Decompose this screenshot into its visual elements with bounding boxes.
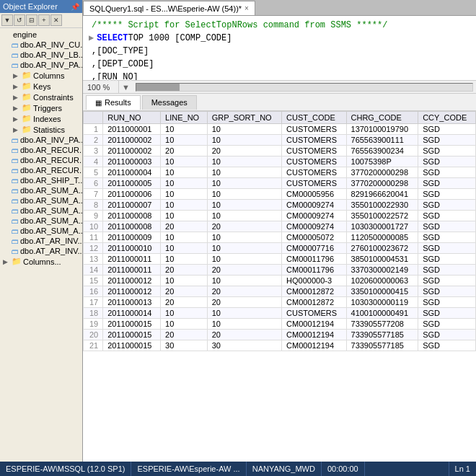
sidebar-item-ar_inv_cu[interactable]: 🗃dbo.AR_INV_CU... [0,40,82,50]
table-row[interactable]: 1820110000141010CUSTOMERS4100100000491SG… [84,308,476,319]
sidebar-item-ar_sum5[interactable]: 🗃dbo.AR_SUM_A... [0,226,82,236]
editor-line-2: ,[DOC_TYPE] [89,45,470,58]
horizontal-scrollbar[interactable] [136,83,473,92]
table-row[interactable]: 320110000022020CUSTOMERS765563900234SGD [84,146,476,157]
table-row[interactable]: 1920110000151010CM00012194733905577208SG… [84,319,476,330]
table-row[interactable]: 1720110000132020CM000128721030300000119S… [84,297,476,308]
cell-2-2: 20 [161,146,208,157]
line-arrow-1: ▶ [89,32,94,45]
cell-1-5: 765563900111 [346,135,418,146]
sidebar-item-ar_recur3[interactable]: 🗃dbo.AR_RECUR... [0,165,82,175]
table-row[interactable]: 1520110000121010HQ000000-31020600000063S… [84,276,476,286]
sidebar-filter-btn[interactable]: ▼ [1,14,13,26]
sidebar-item-constraints[interactable]: ▶📁Constraints [0,92,82,102]
table-row[interactable]: 1320110000111010CM000117963850100004531S… [84,254,476,265]
cell-19-0: 20 [84,330,103,340]
sidebar-item-ar_sum3[interactable]: 🗃dbo.AR_SUM_A... [0,206,82,216]
zoom-dropdown-icon[interactable]: ▼ [119,83,133,92]
table-row[interactable]: 2120110000153030CM00012194733905577185SG… [84,340,476,351]
cell-3-2: 10 [161,157,208,167]
sidebar-item-triggers[interactable]: ▶📁Triggers [0,102,82,113]
cell-16-6: SGD [418,297,476,308]
tree-label-ar_sum5: dbo.AR_SUM_A... [20,226,82,235]
table-row[interactable]: 1120110000091010CM000050721120500000085S… [84,232,476,243]
table-row[interactable]: 1020110000082020CM000092741030300001727S… [84,221,476,232]
sidebar-item-columns[interactable]: ▶📁Columns [0,70,82,81]
status-server: ESPERIE-AW\MSSQL (12.0 SP1) [0,462,131,476]
sidebar-new-btn[interactable]: + [38,14,50,26]
query-tab[interactable]: SQLQuery1.sql - ES...W\Esperie-AW (54))*… [83,1,255,15]
sidebar-item-ar_recur2[interactable]: 🗃dbo.AR_RECUR... [0,155,82,165]
table-row[interactable]: 1220110000101010CM000077162760100023672S… [84,243,476,254]
sidebar-item-ar_sum1[interactable]: 🗃dbo.AR_SUM_A... [0,185,82,195]
results-tab-results[interactable]: ▦Results [86,95,141,110]
folder-icon-indexes: 📁 [22,114,32,123]
sidebar-item-indexes[interactable]: ▶📁Indexes [0,113,82,124]
cell-5-4: CUSTOMERS [282,178,346,189]
table-row[interactable]: 820110000071010CM000092743550100022930SG… [84,200,476,211]
table-icon-ar_inv_cu: 🗃 [12,41,19,49]
tree-label-constraints: Constraints [33,93,74,102]
code-editor[interactable]: /***** Script for SelectTopNRows command… [83,16,476,81]
table-row[interactable]: 1620110000122020CM000128723350100000415S… [84,286,476,297]
cell-16-5: 1030300000119 [346,297,418,308]
cell-8-1: 2011000008 [103,211,161,221]
sidebar-title: Object Explorer [3,2,58,11]
sidebar-item-statistics[interactable]: ▶📁Statistics [0,124,82,135]
cell-6-3: 10 [207,189,281,200]
sidebar-item-keys[interactable]: ▶📁Keys [0,81,82,92]
table-row[interactable]: 120110000011010CUSTOMERS1370100019790SGD [84,124,476,135]
sidebar-item-ar_inv_pa2[interactable]: 🗃dbo.AR_INV_PA... [0,135,82,145]
table-row[interactable]: 920110000081010CM000092743550100022572SG… [84,211,476,221]
cell-0-1: 2011000001 [103,124,161,135]
cell-12-6: SGD [418,254,476,265]
table-row[interactable]: 220110000021010CUSTOMERS765563900111SGD [84,135,476,146]
folder-icon-statistics: 📁 [22,125,32,134]
cell-12-3: 10 [207,254,281,265]
results-container[interactable]: RUN_NOLINE_NOGRP_SORT_NOCUST_CODECHRG_CO… [83,111,476,462]
sidebar-refresh-btn[interactable]: ↺ [14,14,25,26]
sidebar-tree[interactable]: engine🗃dbo.AR_INV_CU...🗃dbo.AR_INV_LB...… [0,28,82,462]
cell-6-2: 10 [161,189,208,200]
table-header-row: RUN_NOLINE_NOGRP_SORT_NOCUST_CODECHRG_CO… [84,112,476,124]
sidebar-item-ar_sum4[interactable]: 🗃dbo.AR_SUM_A... [0,216,82,226]
table-row[interactable]: 420110000031010CUSTOMERS10075398PSGD [84,157,476,167]
zoom-level[interactable]: 100 % [83,81,119,93]
results-tab-bar: ▦ResultsMessages [83,94,476,111]
sidebar-item-ar_sum2[interactable]: 🗃dbo.AR_SUM_A... [0,195,82,206]
sidebar-item-engine[interactable]: engine [0,30,82,40]
sidebar-item-ar_inv2[interactable]: 🗃dbo.AT_AR_INV... [0,236,82,246]
scroll-bar-area[interactable]: 100 % ▼ [83,81,476,94]
table-row[interactable]: 520110000041010CUSTOMERS3770200000298SGD [84,167,476,178]
tab-bar: SQLQuery1.sql - ES...W\Esperie-AW (54))*… [83,0,476,16]
cell-14-1: 2011000012 [103,276,161,286]
table-row[interactable]: 2020110000152020CM00012194733905577185SG… [84,330,476,340]
sidebar-item-ar_inv_lb[interactable]: 🗃dbo.AR_INV_LB... [0,50,82,60]
cell-3-0: 4 [84,157,103,167]
sidebar-item-ar_ship[interactable]: 🗃dbo.AR_SHIP_T... [0,175,82,185]
cell-3-1: 2011000003 [103,157,161,167]
sidebar-item-at_ar_inv[interactable]: 🗃dbo.AT_AR_INV... [0,246,82,256]
cell-20-4: CM00012194 [282,340,346,351]
cell-20-6: SGD [418,340,476,351]
tree-arrow-columns: ▶ [13,72,20,79]
table-row[interactable]: 620110000051010CUSTOMERS3770200000298SGD [84,178,476,189]
code-text-1: TOP 1000 [COMP_CODE] [128,32,232,45]
cell-4-3: 10 [207,167,281,178]
sidebar-collapse-btn[interactable]: ⊟ [26,14,38,26]
table-row[interactable]: 1420110000112020CM000117963370300002149S… [84,265,476,276]
col-header-0 [84,112,103,124]
query-tab-close[interactable]: × [244,4,249,12]
cell-10-2: 10 [161,232,208,243]
sidebar-delete-btn[interactable]: ✕ [50,14,62,26]
sidebar-item-ar_recur1[interactable]: 🗃dbo.AR_RECUR... [0,145,82,155]
tree-label-columns: Columns [33,71,64,80]
sidebar-item-ar_inv_pa[interactable]: 🗃dbo.AR_INV_PA... [0,60,82,70]
folder-icon-triggers: 📁 [22,103,32,113]
sidebar-item-columns2[interactable]: ▶📁Columns... [0,256,82,267]
table-row[interactable]: 720110000061010CM000059568291966620041SG… [84,189,476,200]
results-tab-messages[interactable]: Messages [142,95,197,110]
results-table: RUN_NOLINE_NOGRP_SORT_NOCUST_CODECHRG_CO… [83,111,476,351]
table-icon-ar_recur2: 🗃 [12,157,19,164]
cell-9-1: 2011000008 [103,221,161,232]
